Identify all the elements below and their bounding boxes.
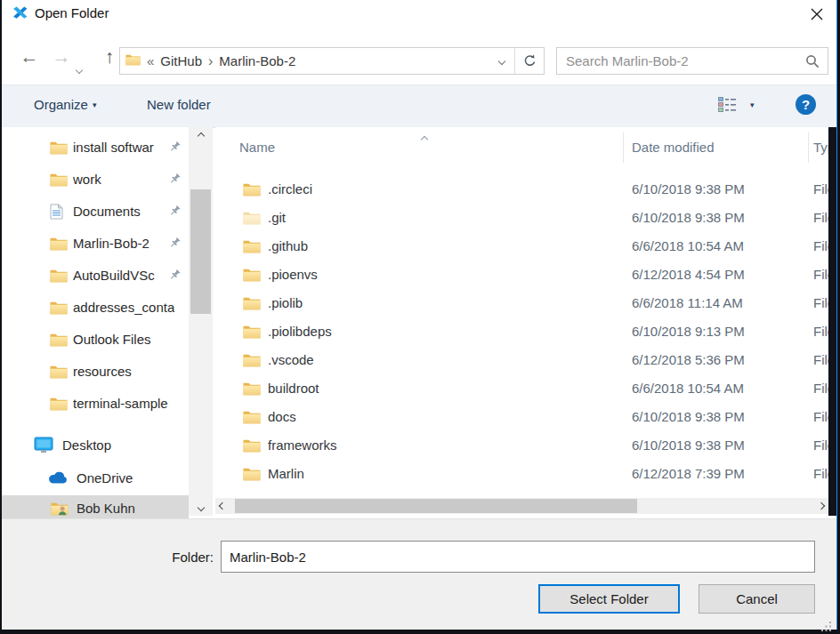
file-row[interactable]: .piolibdeps6/10/2018 9:13 PMFile (215, 318, 830, 347)
chevron-down-icon: ▾ (93, 100, 97, 109)
file-name: docs (268, 409, 296, 424)
file-name: .piolibdeps (268, 324, 332, 339)
column-header-date-modified[interactable]: Date modified (632, 140, 715, 155)
search-box (556, 47, 828, 75)
folder-icon (243, 381, 261, 399)
close-button[interactable] (804, 2, 830, 26)
file-date: 6/10/2018 9:38 PM (632, 437, 745, 453)
scrollbar-thumb[interactable] (190, 189, 211, 314)
column-divider[interactable] (623, 132, 624, 163)
file-date: 6/10/2018 9:13 PM (632, 324, 745, 339)
command-bar: Organize▾ New folder ▾ ? (2, 85, 836, 128)
scroll-down-icon[interactable] (189, 499, 213, 516)
chevron-down-icon: ▾ (750, 100, 755, 109)
file-name: .circleci (268, 181, 312, 197)
file-row[interactable]: .pioenvs6/12/2018 4:54 PMFile (215, 261, 830, 290)
organize-button[interactable]: Organize▾ (34, 97, 96, 112)
sidebar-item-label: resources (73, 364, 132, 379)
sidebar-item-label: addresses_conta (73, 300, 174, 315)
sidebar-item-onedrive[interactable]: OneDrive (2, 465, 189, 491)
sidebar-item-marlin-bob-2[interactable]: Marlin-Bob-2 (2, 230, 189, 256)
file-row[interactable]: .vscode6/12/2018 5:36 PMFile (215, 347, 830, 375)
pin-icon (170, 140, 182, 156)
file-row[interactable]: .git6/10/2018 9:38 PMFile (215, 205, 830, 233)
details-view-icon (717, 96, 737, 113)
refresh-button[interactable] (514, 48, 544, 74)
pin-icon (170, 173, 182, 189)
resize-grip[interactable] (821, 620, 832, 634)
sidebar-item-label: work (73, 172, 101, 187)
file-date: 6/6/2018 11:14 AM (632, 295, 743, 310)
sidebar-item-outlook-files[interactable]: Outlook Files (2, 326, 189, 352)
file-date: 6/10/2018 9:38 PM (632, 409, 745, 424)
sidebar-item-label: Bob Kuhn (77, 501, 135, 516)
screen-background: Open Folder ← → ↑ « GitHub › Marlin-Bob-… (0, 0, 840, 634)
search-icon[interactable] (805, 54, 820, 68)
address-bar[interactable]: « GitHub › Marlin-Bob-2 (119, 47, 545, 75)
folder-icon (125, 53, 141, 68)
folder-icon (243, 353, 261, 371)
file-date: 6/6/2018 10:54 AM (632, 238, 744, 253)
footer-panel: Folder: Select Folder Cancel (2, 518, 836, 630)
file-name: frameworks (268, 437, 337, 453)
sidebar-item-documents[interactable]: Documents (2, 198, 189, 224)
file-name: .pioenvs (268, 267, 318, 282)
new-folder-button[interactable]: New folder (147, 97, 211, 112)
breadcrumb-item-github[interactable]: GitHub (160, 53, 202, 68)
folder-icon (50, 395, 69, 412)
sidebar-item-autobuildvsc[interactable]: AutoBuildVSc (2, 262, 189, 288)
folder-icon (243, 239, 261, 257)
pin-icon (170, 237, 182, 253)
sidebar-scrollbar[interactable] (189, 127, 213, 516)
scroll-up-icon[interactable] (189, 127, 213, 144)
file-row[interactable]: .circleci6/10/2018 9:38 PMFile (215, 176, 830, 205)
sidebar-item-bob-kuhn[interactable]: Bob Kuhn (2, 495, 189, 520)
search-input[interactable] (557, 53, 805, 68)
file-row[interactable]: .piolib6/6/2018 11:14 AMFile (215, 290, 830, 318)
back-arrow-icon[interactable]: ← (16, 45, 43, 68)
folder-icon (50, 331, 69, 348)
file-list: Name Date modified Typ .circleci6/10/201… (215, 127, 830, 498)
forward-arrow-icon[interactable]: → (48, 45, 75, 68)
file-row[interactable]: buildroot6/6/2018 10:54 AMFile (215, 375, 830, 404)
breadcrumb-collapse[interactable]: « (147, 53, 154, 68)
file-date: 6/6/2018 10:54 AM (632, 381, 744, 396)
help-button[interactable]: ? (796, 94, 816, 115)
folder-icon (243, 410, 261, 428)
chevron-down-icon[interactable] (77, 55, 82, 78)
file-name: .piolib (268, 295, 303, 310)
file-row[interactable]: .github6/6/2018 10:54 AMFile (215, 233, 830, 261)
folder-name-input[interactable] (221, 541, 815, 573)
user-folder-icon (51, 500, 70, 517)
change-view-button[interactable]: ▾ (717, 96, 755, 113)
column-header-name[interactable]: Name (239, 140, 275, 155)
column-divider[interactable] (808, 132, 809, 163)
list-horizontal-scrollbar[interactable] (215, 498, 828, 514)
select-folder-button[interactable]: Select Folder (538, 584, 680, 614)
scroll-left-icon[interactable] (215, 498, 230, 514)
file-date: 6/12/2018 5:36 PM (632, 352, 745, 367)
breadcrumb: « GitHub › Marlin-Bob-2 (120, 53, 489, 69)
file-row[interactable]: frameworks6/10/2018 9:38 PMFile (215, 432, 830, 461)
sidebar-item-label: AutoBuildVSc (73, 268, 155, 283)
file-name: .git (268, 210, 286, 225)
close-icon (811, 8, 823, 20)
sidebar-item-addresses-conta[interactable]: addresses_conta (2, 294, 189, 320)
file-row[interactable]: docs6/10/2018 9:38 PMFile (215, 404, 830, 432)
folder-icon (243, 211, 261, 229)
sidebar-item-terminal-sample[interactable]: terminal-sample (2, 390, 189, 416)
sidebar-item-work[interactable]: work (2, 166, 189, 192)
sidebar-item-resources[interactable]: resources (2, 358, 189, 384)
folder-icon (243, 182, 261, 200)
breadcrumb-item-current[interactable]: Marlin-Bob-2 (219, 53, 295, 68)
scroll-right-icon[interactable] (814, 498, 828, 514)
cancel-button[interactable]: Cancel (699, 584, 815, 614)
sidebar-item-desktop[interactable]: Desktop (2, 432, 189, 458)
pin-icon (170, 269, 182, 285)
sidebar-item-install-softwar[interactable]: install softwar (2, 134, 189, 160)
file-row[interactable]: Marlin6/12/2018 7:39 PMFile (215, 461, 830, 489)
scrollbar-thumb[interactable] (235, 499, 637, 513)
address-dropdown-button[interactable] (489, 48, 514, 74)
folder-icon (243, 268, 261, 285)
folder-icon (243, 296, 261, 314)
